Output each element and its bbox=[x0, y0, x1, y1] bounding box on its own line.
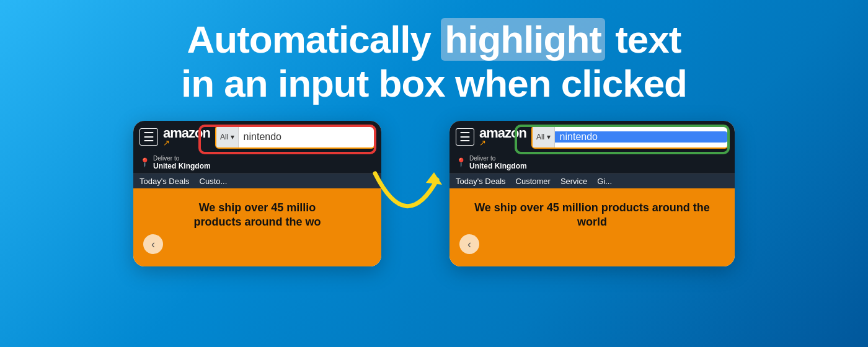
svg-marker-0 bbox=[426, 172, 442, 185]
arrow-container bbox=[363, 161, 450, 229]
left-logo-text: amazon bbox=[163, 126, 210, 140]
right-search-input-highlighted[interactable]: nintendo bbox=[555, 131, 727, 143]
left-location-icon: 📍 bbox=[140, 157, 150, 167]
left-nav-customer[interactable]: Custo... bbox=[200, 177, 228, 186]
headline-section: Automatically highlight text in an input… bbox=[181, 17, 687, 106]
right-nav-customer[interactable]: Customer bbox=[516, 177, 551, 186]
left-promo-section: We ship over 45 millioproducts around th… bbox=[133, 188, 381, 267]
left-nav-links: Today's Deals Custo... bbox=[133, 174, 381, 188]
right-promo-text: We ship over 45 million products around … bbox=[459, 201, 725, 230]
yellow-arrow-svg bbox=[363, 161, 450, 229]
right-nav-links: Today's Deals Customer Service Gi... bbox=[450, 174, 735, 188]
right-amazon-nav: ☰ amazon ↗ All ▾ nintendo bbox=[450, 121, 735, 153]
left-deliver-section: 📍 Deliver to United Kingdom bbox=[133, 153, 381, 174]
right-hamburger-icon: ☰ bbox=[456, 128, 474, 146]
left-nav-deals[interactable]: Today's Deals bbox=[140, 177, 190, 186]
left-promo-text: We ship over 45 millioproducts around th… bbox=[194, 201, 321, 230]
right-nav-gifts[interactable]: Gi... bbox=[597, 177, 612, 186]
left-deliver-country: United Kingdom bbox=[153, 162, 211, 170]
right-promo-section: We ship over 45 million products around … bbox=[450, 188, 735, 267]
right-location-icon: 📍 bbox=[456, 157, 466, 167]
left-search-input[interactable] bbox=[239, 131, 374, 143]
right-deliver-country: United Kingdom bbox=[469, 162, 527, 170]
left-carousel-btn[interactable]: ‹ bbox=[143, 234, 163, 254]
right-amazon-logo: amazon ↗ bbox=[479, 126, 526, 147]
left-deliver-text: Deliver to United Kingdom bbox=[153, 155, 211, 170]
right-deliver-label: Deliver to bbox=[469, 155, 527, 162]
screenshots-row: ☰ amazon ↗ All ▾ 📍 Deliver to United Kin… bbox=[0, 121, 868, 267]
left-logo-arrow: ↗ bbox=[163, 139, 170, 147]
left-search-box[interactable]: All ▾ bbox=[215, 125, 375, 149]
right-screenshot-card: ☰ amazon ↗ All ▾ nintendo 📍 Deliver to U… bbox=[450, 121, 735, 267]
right-search-box[interactable]: All ▾ nintendo bbox=[531, 125, 728, 149]
left-hamburger-icon: ☰ bbox=[140, 128, 158, 146]
right-search-dropdown[interactable]: All ▾ bbox=[533, 126, 555, 147]
right-logo-text: amazon bbox=[479, 126, 526, 140]
highlighted-word: highlight bbox=[441, 18, 605, 61]
right-nav-deals[interactable]: Today's Deals bbox=[456, 177, 506, 186]
headline-line1: Automatically highlight text bbox=[181, 17, 687, 61]
left-search-dropdown[interactable]: All ▾ bbox=[216, 126, 239, 147]
left-amazon-nav: ☰ amazon ↗ All ▾ bbox=[133, 121, 381, 153]
right-nav-service[interactable]: Service bbox=[560, 177, 587, 186]
left-deliver-label: Deliver to bbox=[153, 155, 211, 162]
right-deliver-section: 📍 Deliver to United Kingdom bbox=[450, 153, 735, 174]
right-deliver-text: Deliver to United Kingdom bbox=[469, 155, 527, 170]
left-amazon-logo: amazon ↗ bbox=[163, 126, 210, 147]
left-screenshot-card: ☰ amazon ↗ All ▾ 📍 Deliver to United Kin… bbox=[133, 121, 381, 267]
headline-line2: in an input box when clicked bbox=[181, 61, 687, 105]
right-logo-arrow: ↗ bbox=[479, 139, 486, 147]
right-carousel-btn[interactable]: ‹ bbox=[459, 234, 479, 254]
